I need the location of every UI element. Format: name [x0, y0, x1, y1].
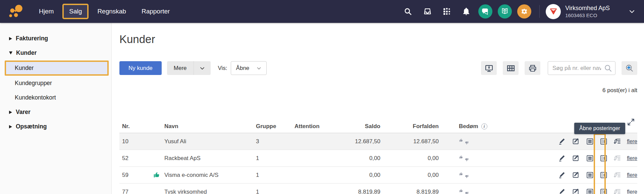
header-attention: Attention: [294, 123, 329, 130]
edit-pencil-icon[interactable]: [558, 171, 567, 179]
open-entries-icon[interactable]: [599, 154, 608, 162]
edit-window-icon[interactable]: [572, 171, 580, 179]
page-title: Kunder: [119, 33, 637, 48]
transfer-entries-icon: [613, 171, 622, 179]
more-actions-link[interactable]: flere: [627, 155, 637, 161]
sidebar-section-opsaetning[interactable]: Opsætning: [0, 119, 111, 134]
table-row: 59 Visma e-conomic A/S 1 0,00 0,00: [119, 167, 637, 184]
search-icon[interactable]: [604, 64, 612, 73]
customer-name: Rackbeat ApS: [153, 155, 256, 162]
sidebar-item-kundekontokort[interactable]: Kundekontokort: [0, 90, 111, 105]
chevron-right-icon: [9, 37, 12, 40]
transfer-entries-icon[interactable]: [613, 137, 622, 146]
inbox-icon[interactable]: [421, 5, 434, 18]
transfer-entries-icon: [613, 188, 622, 194]
bell-icon[interactable]: [460, 5, 473, 18]
edit-pencil-icon[interactable]: [558, 188, 567, 194]
view-filter-select[interactable]: Åbne: [231, 61, 267, 75]
main-nav: Hjem Salg Regnskab Rapporter: [32, 4, 176, 19]
new-customer-button[interactable]: Ny kunde: [119, 61, 162, 75]
account-card-icon[interactable]: [586, 171, 594, 179]
e-conomic-logo-icon[interactable]: [8, 4, 23, 19]
account-card-icon[interactable]: [586, 188, 594, 194]
customer-name: Visma e-conomic A/S: [153, 172, 256, 179]
open-entries-icon[interactable]: [599, 137, 608, 146]
edit-pencil-icon[interactable]: [558, 137, 567, 146]
sidebar-item-kunder[interactable]: Kunder: [5, 61, 109, 76]
nav-item-regnskab[interactable]: Regnskab: [91, 4, 133, 19]
table-row: 52 Rackbeat ApS 1 0,00 0,00: [119, 150, 637, 167]
customer-name: Tysk virksomhed: [153, 189, 256, 194]
more-actions-link[interactable]: flere: [627, 189, 637, 194]
header-forfalden: Forfalden: [380, 123, 439, 130]
rate-thumbs-icon[interactable]: [459, 172, 469, 179]
nav-item-rapporter[interactable]: Rapporter: [135, 4, 177, 19]
approved-thumb-up-icon: [153, 171, 160, 179]
chevron-right-icon: [9, 125, 12, 128]
header-bedom: Bedøm i: [439, 123, 492, 130]
open-entries-icon[interactable]: [599, 188, 608, 194]
customers-table: Nr. Navn Gruppe Attention Saldo Forfalde…: [119, 120, 637, 194]
chat-icon[interactable]: [478, 4, 492, 18]
visma-avatar[interactable]: [546, 4, 561, 19]
chevron-right-icon: [9, 111, 12, 114]
more-actions-link[interactable]: flere: [627, 172, 637, 178]
toolbar: Ny kunde Mere Vis: Åbne: [119, 61, 637, 75]
table-row: 10 Yusuf Ali 3 12.687,50 12.687,50: [119, 133, 637, 150]
sidebar-item-kundegrupper[interactable]: Kundegrupper: [0, 76, 111, 90]
nav-item-hjem[interactable]: Hjem: [32, 4, 60, 19]
chevron-down-icon[interactable]: [194, 65, 211, 72]
header-saldo: Saldo: [329, 123, 380, 130]
more-button[interactable]: Mere: [167, 61, 211, 75]
expand-table-icon[interactable]: [627, 118, 635, 126]
top-navbar: Hjem Salg Regnskab Rapporter: [0, 0, 644, 23]
chevron-down-icon[interactable]: [628, 7, 636, 15]
rate-thumbs-icon[interactable]: [459, 155, 469, 162]
settings-gear-icon[interactable]: [517, 4, 531, 18]
record-count: 6 post(er) i alt: [119, 87, 637, 94]
chevron-down-icon: [256, 65, 262, 71]
main-content: Kunder Ny kunde Mere Vis: Åbne: [112, 23, 644, 194]
chevron-down-icon: [9, 51, 12, 54]
advanced-search-icon[interactable]: [622, 61, 637, 75]
account-switcher[interactable]: Virksomhed ApS 1603463 ECO: [565, 4, 610, 19]
toolbar-right: [481, 61, 637, 75]
edit-window-icon[interactable]: [572, 188, 580, 194]
e-conomic-app: Hjem Salg Regnskab Rapporter: [0, 0, 644, 194]
rate-thumbs-icon[interactable]: [459, 138, 469, 145]
print-icon[interactable]: [525, 61, 540, 75]
header-navn: Navn: [153, 123, 256, 130]
more-actions-link[interactable]: flere: [627, 139, 637, 145]
help-book-icon[interactable]: [498, 4, 512, 18]
account-card-icon[interactable]: [586, 137, 594, 146]
edit-window-icon[interactable]: [572, 154, 580, 162]
search-icon[interactable]: [401, 5, 415, 18]
edit-pencil-icon[interactable]: [558, 154, 567, 162]
navbar-divider: [539, 5, 540, 18]
open-entries-icon[interactable]: [599, 171, 608, 179]
tooltip: Åbne posteringer: [574, 123, 625, 134]
account-card-icon[interactable]: [586, 154, 594, 162]
nav-item-salg[interactable]: Salg: [62, 4, 89, 19]
table-row: 77 Tysk virksomhed 1 8.819,89 8.819,89: [119, 184, 637, 194]
table-layout-icon[interactable]: [503, 61, 519, 75]
info-icon[interactable]: i: [481, 123, 487, 129]
customer-search: [548, 61, 615, 75]
account-name: Virksomhed ApS: [565, 4, 610, 12]
table-header-row: Nr. Navn Gruppe Attention Saldo Forfalde…: [119, 120, 637, 133]
edit-window-icon[interactable]: [572, 137, 580, 146]
customer-name: Yusuf Ali: [153, 138, 256, 145]
header-gruppe: Gruppe: [256, 123, 294, 130]
transfer-entries-icon: [613, 154, 622, 162]
sidebar-section-kunder[interactable]: Kunder: [0, 46, 111, 60]
sidebar-section-fakturering[interactable]: Fakturering: [0, 31, 111, 46]
sidebar-section-varer[interactable]: Varer: [0, 105, 111, 119]
account-id: 1603463 ECO: [565, 12, 610, 19]
rate-thumbs-icon[interactable]: [459, 189, 469, 194]
sidebar: Fakturering Kunder Kunder Kundegrupper K…: [0, 23, 112, 194]
apps-grid-icon[interactable]: [440, 5, 453, 18]
header-nr: Nr.: [119, 123, 153, 130]
navbar-right: Virksomhed ApS 1603463 ECO: [395, 4, 636, 19]
view-label: Vis:: [218, 65, 227, 72]
export-download-icon[interactable]: [481, 61, 497, 75]
